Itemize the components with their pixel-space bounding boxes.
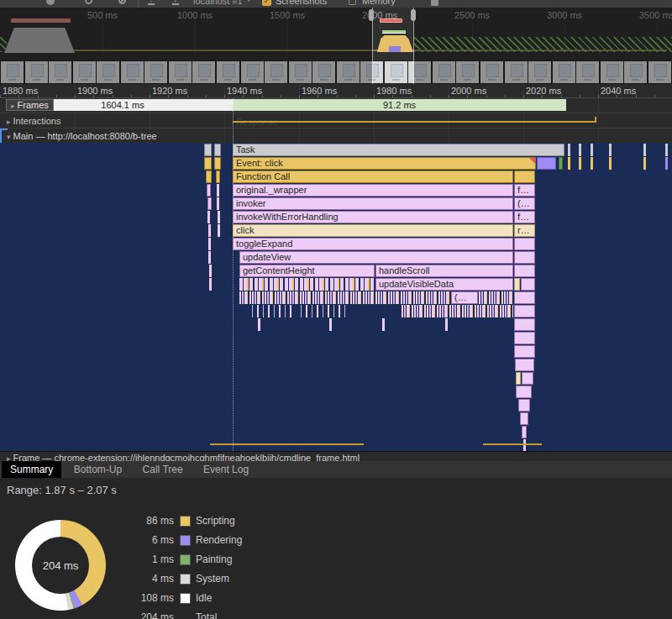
flame-sliver[interactable] [514,238,535,250]
load-profile-icon[interactable]: ↑ [148,0,155,5]
tab-call-tree[interactable]: Call Tree [134,461,192,478]
flame-sliver[interactable] [523,439,526,451]
clear-button[interactable] [118,0,126,4]
flame-event-bar[interactable]: click [233,224,513,237]
flame-sliver[interactable] [207,184,211,197]
flame-sliver[interactable] [568,157,570,170]
flame-sliver[interactable] [214,157,221,170]
flame-event-bar[interactable]: getContentHeight [239,265,375,277]
interactions-track-toggle[interactable]: ▸Interactions [7,116,60,126]
flame-event-bar[interactable]: r… [514,224,535,237]
flame-sliver[interactable] [204,157,212,170]
flame-sliver[interactable] [665,157,668,170]
flame-event-bar[interactable]: Function Call [233,170,513,183]
network-bar [483,443,542,445]
flame-event-bar[interactable]: (… [514,197,535,210]
flame-event-bar[interactable]: f… [514,211,535,223]
flame-sliver[interactable] [518,399,530,412]
flame-sliver[interactable] [206,170,212,183]
flame-sliver[interactable] [522,372,533,385]
flame-sliver[interactable] [209,278,212,291]
flame-sliver[interactable] [329,318,332,331]
memory-label[interactable]: Memory [362,0,396,6]
flame-sliver[interactable] [643,144,646,156]
flame-sliver[interactable] [521,278,535,291]
screenshots-label[interactable]: Screenshots [276,0,327,6]
flame-event-bar[interactable]: Task [233,144,564,156]
flame-sliver[interactable] [514,291,535,304]
screenshots-checkbox[interactable]: ✓ [262,0,271,6]
screenshot-thumbnail[interactable] [385,61,407,83]
flame-sliver[interactable] [217,184,219,197]
flame-sliver[interactable] [516,372,521,385]
main-flame-chart[interactable]: TaskEvent: clickFunction Calloriginal._w… [0,143,672,451]
flame-sliver[interactable] [559,157,563,170]
flame-sliver[interactable] [609,157,612,170]
flame-sliver[interactable] [579,157,581,170]
flame-event-bar[interactable]: original._wrapper [233,184,513,197]
flame-sliver[interactable] [258,318,260,331]
flame-sliver[interactable] [514,251,535,264]
flame-sliver[interactable] [568,144,570,156]
frames-track-toggle[interactable]: ▸Frames [6,99,54,111]
flame-event-bar[interactable]: invokeWithErrorHandling [233,211,513,223]
flame-sliver[interactable] [216,170,220,183]
flame-sliver[interactable] [591,157,593,170]
selection-right-handle[interactable] [411,9,416,21]
flame-sliver[interactable] [515,359,534,371]
flame-sliver[interactable] [537,157,556,170]
flame-sliver[interactable] [591,144,593,156]
flame-sliver[interactable] [665,144,668,156]
timeline-overview[interactable]: 500 ms1000 ms1500 ms2000 ms2500 ms3000 m… [0,8,672,84]
flame-sliver[interactable] [522,426,527,438]
flame-sliver[interactable] [609,144,612,156]
interaction-whisker-bar[interactable] [233,121,596,123]
flame-sliver[interactable] [516,386,532,398]
flame-sliver[interactable] [520,412,528,425]
recording-selector[interactable]: localhost #1 [193,0,243,6]
flame-sliver[interactable] [218,224,220,237]
frame-track-row[interactable]: ▸Frame — chrome-extension://ihlenndgcmoi… [0,451,672,461]
tab-summary[interactable]: Summary [2,461,61,478]
flame-sliver[interactable] [445,318,448,331]
flame-sliver[interactable] [209,265,212,277]
flame-event-bar[interactable]: toggleExpand [233,238,513,250]
memory-checkbox[interactable] [349,0,356,5]
record-button[interactable] [46,0,55,5]
flame-event-bar[interactable]: Event: click [233,157,536,170]
flame-event-bar[interactable]: f… [514,184,535,197]
flame-sliver[interactable] [514,318,535,331]
legend-label: Total [196,611,217,619]
tab-event-log[interactable]: Event Log [195,461,257,478]
flame-sliver[interactable] [514,345,535,358]
flame-event-bar[interactable]: updateView [239,251,513,264]
flame-event-bar[interactable]: (… [451,291,478,304]
save-profile-icon[interactable]: ↓ [172,0,179,5]
flame-sliver[interactable] [218,211,220,223]
trash-icon[interactable] [431,0,438,6]
flame-sliver[interactable] [207,211,210,223]
flame-sliver[interactable] [643,157,646,170]
flame-sliver[interactable] [208,251,211,264]
flame-sliver[interactable] [514,305,535,317]
flame-sliver[interactable] [204,144,212,156]
flame-sliver[interactable] [208,224,211,237]
flame-sliver[interactable] [214,144,221,156]
flame-sliver[interactable] [514,170,535,183]
flame-sliver[interactable] [217,197,219,210]
flame-sliver[interactable] [382,318,385,331]
frame-bar-short[interactable]: 91.2 ms [233,99,566,111]
flame-event-bar[interactable]: updateVisibleData [375,278,513,291]
flame-sliver[interactable] [207,197,212,210]
flame-event-bar[interactable]: invoker [233,197,513,210]
reload-and-record-button[interactable] [85,0,92,4]
tab-bottom-up[interactable]: Bottom-Up [66,461,130,478]
selection-left-handle[interactable] [369,9,374,21]
flame-sliver[interactable] [208,238,211,250]
flame-sliver[interactable] [514,265,535,277]
flame-event-bar[interactable]: handleScroll [375,265,513,277]
flame-sliver[interactable] [579,144,581,156]
flame-sliver[interactable] [514,278,520,291]
main-track-toggle[interactable]: ▾Main — http://localhost:8080/b-tree [7,131,157,141]
flame-sliver[interactable] [514,332,535,344]
